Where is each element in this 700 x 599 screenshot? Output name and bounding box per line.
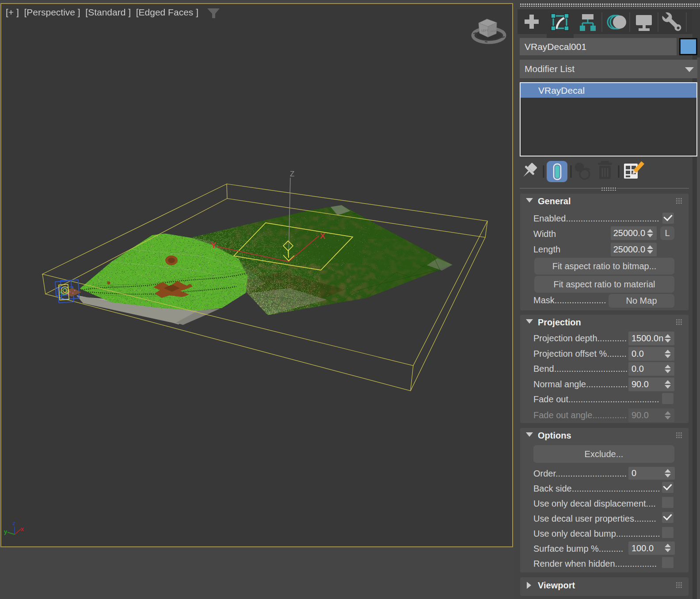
- svg-text:x: x: [21, 526, 24, 532]
- svg-text:X: X: [320, 231, 326, 240]
- svg-text:Y: Y: [211, 240, 217, 250]
- svg-text:LEFT: LEFT: [481, 29, 488, 32]
- svg-text:z: z: [12, 520, 15, 527]
- svg-text:[+ ] [Perspective ] [Standar: [+ ] [Perspective ] [Standard ] [Edged F…: [6, 7, 198, 17]
- svg-text:y: y: [4, 528, 8, 535]
- svg-text:Z: Z: [290, 170, 294, 178]
